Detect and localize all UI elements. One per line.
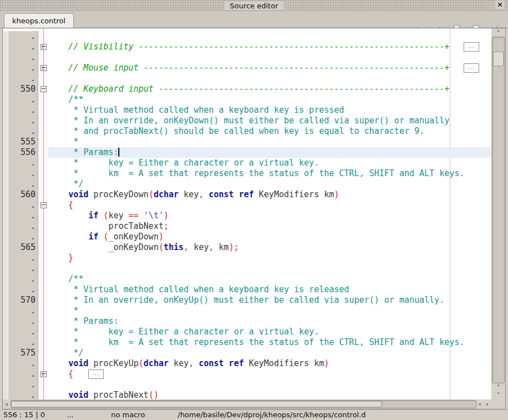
code-viewport[interactable]: .. // Visibility -----------------------… — [3, 28, 491, 399]
code-line[interactable]: . * Virtual method called when a keyboar… — [3, 284, 491, 295]
code-token: void — [68, 189, 88, 199]
code-line[interactable]: . // Visibility ------------------------… — [3, 42, 491, 52]
code-token: this — [164, 242, 184, 252]
code-line[interactable]: . if (key == '\t') — [3, 211, 491, 221]
line-number: 550 — [3, 84, 38, 94]
code-line[interactable]: . * km = A set that represents the statu… — [3, 337, 491, 348]
code-line[interactable]: . — [3, 31, 491, 42]
code-token — [48, 211, 88, 221]
code-line[interactable]: . // Mouse input -----------------------… — [3, 63, 491, 73]
code-token — [48, 358, 68, 368]
editor-frame: .. // Visibility -----------------------… — [2, 28, 506, 409]
scroll-left-button[interactable]: ‹ — [3, 400, 11, 408]
code-token: () — [149, 390, 159, 399]
scroll-left-button-secondary[interactable]: ‹ — [476, 400, 484, 408]
code-line[interactable]: . } — [3, 253, 491, 263]
fold-collapse-box-icon[interactable] — [41, 86, 47, 92]
code-text: * — [48, 137, 491, 147]
code-line[interactable]: 565 _onKeyDown(this, key, km); — [3, 242, 491, 253]
code-token: const ref — [204, 189, 254, 199]
horizontal-scroll-thumb[interactable] — [11, 401, 381, 407]
folded-code-ellipsis-box[interactable]: ... — [464, 63, 479, 73]
code-line[interactable]: 550 // Keyboard input ------------------… — [3, 84, 491, 94]
code-token: ( — [139, 358, 144, 368]
line-dot: . — [3, 105, 38, 116]
code-line[interactable]: . procTabNext; — [3, 221, 491, 232]
line-dot: . — [3, 63, 38, 73]
tab-kheops-control[interactable]: kheops.control — [4, 13, 74, 28]
code-token: dchar — [154, 189, 179, 199]
code-line[interactable]: . — [3, 52, 491, 63]
code-line[interactable]: . * Virtual method called when a keyboar… — [3, 105, 491, 116]
code-line[interactable]: . if (_onKeyDown) — [3, 232, 491, 242]
scroll-down-button[interactable]: ˅ — [492, 391, 505, 399]
fold-expand-box-icon[interactable] — [41, 371, 47, 377]
code-token: dchar — [144, 358, 169, 368]
fold-expand-box-icon[interactable] — [41, 65, 47, 71]
code-line[interactable]: . * km = A set that represents the statu… — [3, 168, 491, 179]
code-line[interactable]: . { — [3, 200, 491, 211]
code-line[interactable]: . — [3, 73, 491, 84]
line-dot: . — [3, 306, 38, 316]
code-line[interactable]: . void procTabNext() — [3, 390, 491, 399]
fold-collapse-box-icon[interactable] — [41, 202, 47, 208]
scroll-right-button[interactable]: › — [484, 400, 491, 408]
fold-guide-line — [43, 28, 44, 399]
code-token: // Keyboard input ----------------------… — [48, 84, 449, 94]
code-line[interactable]: . void procKeyUp(dchar key, const ref Ke… — [3, 358, 491, 369]
line-number: 560 — [3, 189, 38, 200]
scroll-up-button-secondary[interactable]: ˄ — [492, 383, 505, 391]
code-line[interactable]: . — [3, 379, 491, 390]
code-line[interactable]: . /** — [3, 94, 491, 105]
line-dot: . — [3, 221, 38, 232]
horizontal-scrollbar[interactable]: ‹ ‹ › — [3, 399, 491, 409]
window-title: Source editor — [224, 2, 284, 10]
fold-expand-box-icon[interactable] — [41, 44, 47, 50]
code-token: == — [129, 211, 139, 221]
code-line[interactable]: 556 * Params: — [3, 147, 491, 158]
code-line[interactable]: . * In an override, onKeyDown() must eit… — [3, 116, 491, 126]
window-close-button[interactable]: ✕ — [495, 1, 505, 9]
folded-code-ellipsis-box[interactable]: ... — [88, 369, 104, 379]
code-token: key — [189, 242, 209, 252]
code-line[interactable]: . * — [3, 306, 491, 316]
code-line[interactable]: 555 * — [3, 137, 491, 147]
code-line[interactable]: 560 void procKeyDown(dchar key, const re… — [3, 189, 491, 200]
code-line[interactable]: . {... — [3, 369, 491, 379]
line-dot: . — [3, 200, 38, 211]
code-text: * In an override, onKeyDown() must eithe… — [48, 116, 491, 126]
code-line[interactable]: . * key = Either a character or a virtua… — [3, 158, 491, 168]
line-dot: . — [3, 284, 38, 295]
vertical-scrollbar[interactable]: ˄ ˄ ˅ — [491, 28, 505, 399]
code-text: procTabNext; — [48, 221, 491, 232]
folded-code-ellipsis-box[interactable]: ... — [464, 42, 479, 52]
code-text — [48, 73, 491, 84]
line-dot: . — [3, 390, 38, 399]
vertical-scroll-track[interactable] — [492, 37, 505, 383]
code-line[interactable]: . */ — [3, 179, 491, 189]
code-line[interactable]: 575 */ — [3, 348, 491, 358]
code-text: void procKeyUp(dchar key, const ref KeyM… — [48, 358, 491, 369]
code-token: ) — [324, 358, 329, 368]
line-dot: . — [3, 379, 38, 390]
code-line[interactable]: . * key = Either a character or a virtua… — [3, 327, 491, 337]
code-line[interactable]: . * Params: — [3, 316, 491, 327]
vertical-scroll-thumb[interactable] — [493, 52, 504, 66]
window-titlebar[interactable]: Source editor ✕ — [0, 0, 508, 11]
horizontal-scroll-track[interactable] — [11, 400, 476, 408]
code-text: * key = Either a character or a virtual … — [48, 158, 491, 168]
code-line[interactable]: . * and procTabNext() should be called w… — [3, 126, 491, 137]
code-text: * and procTabNext() should be called whe… — [48, 126, 491, 137]
code-token: * and procTabNext() should be called whe… — [48, 126, 424, 136]
code-token: , — [209, 242, 214, 252]
scroll-up-button[interactable]: ˄ — [492, 29, 505, 37]
status-bar: 556 : 15 | 0 ... no macro /home/basile/D… — [0, 409, 508, 420]
code-line[interactable]: 570 * In an override, onKeyUp() must eit… — [3, 295, 491, 306]
source-editor-window: Source editor ✕ kheops.control — [0, 0, 508, 420]
text-caret — [118, 148, 119, 157]
code-line[interactable]: . — [3, 263, 491, 274]
code-line[interactable]: . /** — [3, 274, 491, 284]
code-token: procKeyDown — [88, 189, 148, 199]
code-text: if (key == '\t') — [48, 211, 491, 221]
line-number: 570 — [3, 295, 38, 306]
